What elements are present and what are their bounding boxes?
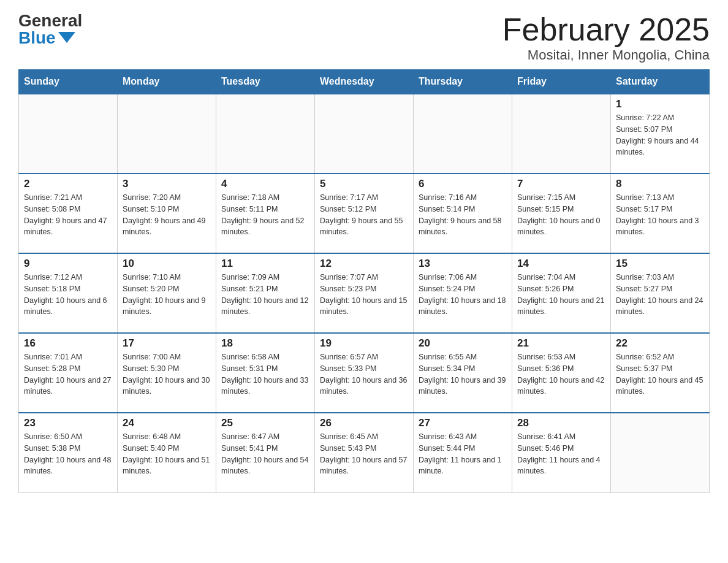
day-number: 20 [419,337,507,350]
weekday-header-tuesday: Tuesday [216,70,315,94]
day-number: 22 [616,337,704,350]
day-info: Sunrise: 7:00 AM Sunset: 5:30 PM Dayligh… [123,351,211,397]
day-info: Sunrise: 7:16 AM Sunset: 5:14 PM Dayligh… [419,192,507,238]
location-subtitle: Mositai, Inner Mongolia, China [502,47,710,63]
day-number: 6 [419,178,507,190]
day-number: 7 [517,178,605,190]
day-number: 15 [616,258,704,270]
weekday-header-monday: Monday [118,70,216,94]
calendar-cell: 13Sunrise: 7:06 AM Sunset: 5:24 PM Dayli… [414,253,512,333]
day-info: Sunrise: 7:15 AM Sunset: 5:15 PM Dayligh… [517,192,605,238]
day-info: Sunrise: 7:20 AM Sunset: 5:10 PM Dayligh… [123,192,211,238]
calendar-cell: 24Sunrise: 6:48 AM Sunset: 5:40 PM Dayli… [118,413,216,492]
day-number: 18 [221,337,309,350]
day-number: 16 [24,337,112,350]
calendar-cell: 26Sunrise: 6:45 AM Sunset: 5:43 PM Dayli… [315,413,414,492]
day-number: 3 [123,178,211,190]
day-info: Sunrise: 6:48 AM Sunset: 5:40 PM Dayligh… [123,431,211,477]
calendar-cell: 18Sunrise: 6:58 AM Sunset: 5:31 PM Dayli… [216,333,315,413]
calendar-cell [414,94,512,174]
calendar-cell [216,94,315,174]
calendar-cell: 15Sunrise: 7:03 AM Sunset: 5:27 PM Dayli… [611,253,710,333]
calendar-cell: 2Sunrise: 7:21 AM Sunset: 5:08 PM Daylig… [19,174,118,253]
logo-general-text: General [18,12,82,29]
calendar-cell: 19Sunrise: 6:57 AM Sunset: 5:33 PM Dayli… [315,333,414,413]
weekday-header-thursday: Thursday [414,70,512,94]
calendar-week-2: 2Sunrise: 7:21 AM Sunset: 5:08 PM Daylig… [19,174,710,253]
day-number: 8 [616,178,704,190]
logo: General Blue [18,12,82,47]
day-number: 27 [419,417,507,429]
calendar-cell: 25Sunrise: 6:47 AM Sunset: 5:41 PM Dayli… [216,413,315,492]
calendar-cell: 11Sunrise: 7:09 AM Sunset: 5:21 PM Dayli… [216,253,315,333]
calendar-cell: 8Sunrise: 7:13 AM Sunset: 5:17 PM Daylig… [611,174,710,253]
weekday-header-wednesday: Wednesday [315,70,414,94]
day-info: Sunrise: 6:45 AM Sunset: 5:43 PM Dayligh… [320,431,408,477]
calendar-cell: 3Sunrise: 7:20 AM Sunset: 5:10 PM Daylig… [118,174,216,253]
calendar-cell: 7Sunrise: 7:15 AM Sunset: 5:15 PM Daylig… [512,174,611,253]
calendar-cell [19,94,118,174]
day-info: Sunrise: 6:55 AM Sunset: 5:34 PM Dayligh… [419,351,507,397]
calendar-cell: 16Sunrise: 7:01 AM Sunset: 5:28 PM Dayli… [19,333,118,413]
calendar-cell [118,94,216,174]
day-info: Sunrise: 7:06 AM Sunset: 5:24 PM Dayligh… [419,272,507,318]
calendar-cell: 20Sunrise: 6:55 AM Sunset: 5:34 PM Dayli… [414,333,512,413]
day-info: Sunrise: 7:17 AM Sunset: 5:12 PM Dayligh… [320,192,408,238]
day-number: 13 [419,258,507,270]
logo-blue-text: Blue [18,29,75,47]
calendar-cell: 28Sunrise: 6:41 AM Sunset: 5:46 PM Dayli… [512,413,611,492]
calendar-cell: 27Sunrise: 6:43 AM Sunset: 5:44 PM Dayli… [414,413,512,492]
calendar-cell: 14Sunrise: 7:04 AM Sunset: 5:26 PM Dayli… [512,253,611,333]
day-number: 5 [320,178,408,190]
day-info: Sunrise: 6:53 AM Sunset: 5:36 PM Dayligh… [517,351,605,397]
day-number: 21 [517,337,605,350]
day-number: 1 [616,98,704,110]
calendar-cell [512,94,611,174]
weekday-header-row: SundayMondayTuesdayWednesdayThursdayFrid… [19,70,710,94]
day-info: Sunrise: 7:04 AM Sunset: 5:26 PM Dayligh… [517,272,605,318]
weekday-header-friday: Friday [512,70,611,94]
calendar-cell: 17Sunrise: 7:00 AM Sunset: 5:30 PM Dayli… [118,333,216,413]
calendar-cell: 23Sunrise: 6:50 AM Sunset: 5:38 PM Dayli… [19,413,118,492]
day-number: 9 [24,258,112,270]
month-title: February 2025 [502,12,710,47]
title-section: February 2025 Mositai, Inner Mongolia, C… [502,12,710,63]
day-number: 24 [123,417,211,429]
calendar-cell: 22Sunrise: 6:52 AM Sunset: 5:37 PM Dayli… [611,333,710,413]
weekday-header-sunday: Sunday [19,70,118,94]
day-info: Sunrise: 7:01 AM Sunset: 5:28 PM Dayligh… [24,351,112,397]
day-number: 25 [221,417,309,429]
day-info: Sunrise: 7:22 AM Sunset: 5:07 PM Dayligh… [616,112,704,158]
day-number: 28 [517,417,605,429]
day-info: Sunrise: 7:10 AM Sunset: 5:20 PM Dayligh… [123,272,211,318]
day-info: Sunrise: 6:57 AM Sunset: 5:33 PM Dayligh… [320,351,408,397]
day-number: 23 [24,417,112,429]
calendar-table: SundayMondayTuesdayWednesdayThursdayFrid… [18,69,710,493]
calendar-cell: 10Sunrise: 7:10 AM Sunset: 5:20 PM Dayli… [118,253,216,333]
day-info: Sunrise: 7:13 AM Sunset: 5:17 PM Dayligh… [616,192,704,238]
logo-triangle-icon [58,32,75,43]
day-number: 4 [221,178,309,190]
day-info: Sunrise: 7:21 AM Sunset: 5:08 PM Dayligh… [24,192,112,238]
day-number: 17 [123,337,211,350]
page-header: General Blue February 2025 Mositai, Inne… [18,12,710,63]
day-number: 11 [221,258,309,270]
calendar-cell: 21Sunrise: 6:53 AM Sunset: 5:36 PM Dayli… [512,333,611,413]
day-info: Sunrise: 6:58 AM Sunset: 5:31 PM Dayligh… [221,351,309,397]
calendar-week-1: 1Sunrise: 7:22 AM Sunset: 5:07 PM Daylig… [19,94,710,174]
day-number: 2 [24,178,112,190]
day-info: Sunrise: 6:47 AM Sunset: 5:41 PM Dayligh… [221,431,309,477]
day-number: 10 [123,258,211,270]
calendar-cell [315,94,414,174]
day-info: Sunrise: 7:07 AM Sunset: 5:23 PM Dayligh… [320,272,408,318]
day-info: Sunrise: 6:43 AM Sunset: 5:44 PM Dayligh… [419,431,507,477]
calendar-week-4: 16Sunrise: 7:01 AM Sunset: 5:28 PM Dayli… [19,333,710,413]
day-number: 19 [320,337,408,350]
day-number: 12 [320,258,408,270]
weekday-header-saturday: Saturday [611,70,710,94]
calendar-cell: 1Sunrise: 7:22 AM Sunset: 5:07 PM Daylig… [611,94,710,174]
calendar-cell: 5Sunrise: 7:17 AM Sunset: 5:12 PM Daylig… [315,174,414,253]
calendar-cell: 4Sunrise: 7:18 AM Sunset: 5:11 PM Daylig… [216,174,315,253]
day-number: 26 [320,417,408,429]
day-info: Sunrise: 7:18 AM Sunset: 5:11 PM Dayligh… [221,192,309,238]
